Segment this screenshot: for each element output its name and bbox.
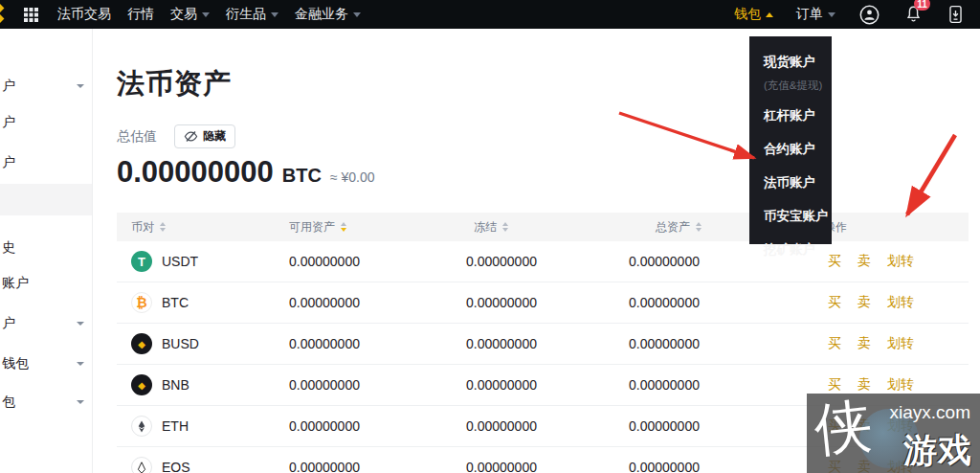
- watermark-character: 侠: [812, 394, 876, 462]
- available-value: 0.00000000: [270, 460, 447, 473]
- nav-right: 钱包 订单 11: [734, 4, 980, 26]
- buy-link[interactable]: 买: [828, 335, 841, 352]
- sidebar-item-label: 史: [2, 239, 15, 257]
- available-value: 0.00000000: [270, 254, 447, 269]
- total-value: 0.00000000: [624, 336, 801, 351]
- sidebar-item-label: 账户: [2, 275, 29, 292]
- bnb-icon: ◆: [131, 374, 152, 395]
- sidebar-item-label: 户: [2, 114, 15, 131]
- left-sidebar: 户 户 户 户 史 账户 户 钱包 包: [0, 29, 93, 473]
- available-value: 0.00000000: [270, 295, 447, 310]
- sidebar-item[interactable]: 户: [0, 76, 93, 97]
- sidebar-item-label: 钱包: [2, 355, 29, 372]
- buy-link[interactable]: 买: [828, 376, 841, 394]
- nav-item-fiat-trade[interactable]: 法币交易: [57, 6, 111, 23]
- chevron-down-icon: [77, 84, 84, 88]
- frozen-value: 0.00000000: [447, 377, 624, 393]
- sidebar-item-label: 户: [2, 315, 15, 332]
- column-header-available: 可用资产: [289, 219, 335, 236]
- page-title: 法币资产: [117, 65, 969, 103]
- watermark: 侠 xiayx.com 游戏: [807, 394, 980, 473]
- nav-item-label: 衍生品: [226, 6, 266, 23]
- nav-item-wallet[interactable]: 钱包: [734, 6, 773, 23]
- sidebar-item[interactable]: 户: [0, 152, 93, 173]
- nav-item-markets[interactable]: 行情: [127, 6, 154, 23]
- menu-item-margin-account[interactable]: 杠杆账户: [749, 99, 832, 132]
- sell-link[interactable]: 卖: [858, 294, 871, 311]
- chevron-down-icon: [77, 322, 84, 326]
- transfer-link[interactable]: 划转: [887, 253, 914, 270]
- nav-item-derivatives[interactable]: 衍生品: [226, 6, 278, 23]
- available-value: 0.00000000: [270, 336, 447, 351]
- buy-link[interactable]: 买: [828, 294, 841, 311]
- frozen-value: 0.00000000: [447, 460, 624, 473]
- total-value-label: 总估值: [117, 128, 157, 146]
- sidebar-item[interactable]: 史: [0, 237, 93, 259]
- menu-item-spot-subtitle: (充值&提现): [749, 79, 832, 99]
- nav-item-orders[interactable]: 订单: [796, 6, 835, 23]
- chevron-up-icon: [766, 12, 773, 17]
- sell-link[interactable]: 卖: [858, 376, 871, 394]
- busd-icon: ◆: [131, 333, 152, 354]
- eos-icon: [131, 457, 152, 473]
- watermark-site-url: xiayx.com: [890, 402, 970, 423]
- nav-item-trade[interactable]: 交易: [170, 6, 210, 23]
- menu-item-savings-account[interactable]: 币安宝账户: [749, 199, 832, 233]
- frozen-value: 0.00000000: [447, 295, 624, 310]
- available-value: 0.00000000: [270, 418, 447, 434]
- menu-item-spot-account[interactable]: 现货账户: [749, 45, 832, 79]
- column-header-coin: 币对: [131, 219, 154, 236]
- sidebar-item-label: 包: [2, 394, 15, 411]
- total-value: 0.00000000: [624, 418, 801, 434]
- sidebar-item[interactable]: 户: [0, 313, 93, 334]
- table-header: 币对 可用资产 冻结 总资产 操作: [117, 213, 969, 241]
- total-balance-unit: BTC: [282, 165, 322, 187]
- sidebar-item[interactable]: 钱包: [0, 353, 93, 374]
- sell-link[interactable]: 卖: [858, 253, 871, 270]
- nav-item-finance[interactable]: 金融业务: [295, 6, 361, 23]
- sort-coin-button[interactable]: [160, 222, 166, 232]
- fiat-equivalent: ≈ ¥0.00: [330, 169, 375, 185]
- total-value: 0.00000000: [624, 377, 801, 393]
- coin-name: ETH: [162, 418, 189, 434]
- apps-grid-icon[interactable]: [24, 8, 38, 22]
- nav-item-label: 法币交易: [57, 6, 111, 23]
- chevron-down-icon: [202, 12, 210, 17]
- coin-name: USDT: [162, 254, 198, 269]
- user-icon[interactable]: [858, 4, 880, 26]
- sidebar-item[interactable]: 户: [0, 112, 93, 133]
- table-row: ◆BUSD 0.00000000 0.00000000 0.00000000 买…: [117, 324, 969, 365]
- chevron-down-icon: [77, 400, 84, 404]
- table-row: ₿BTC 0.00000000 0.00000000 0.00000000 买卖…: [117, 282, 969, 324]
- app-download-icon[interactable]: [947, 4, 965, 25]
- chevron-down-icon: [271, 12, 278, 17]
- transfer-link[interactable]: 划转: [887, 294, 914, 311]
- menu-item-mining-account[interactable]: 挖矿账户: [749, 233, 832, 266]
- watermark-text: 游戏: [903, 428, 972, 473]
- notification-badge: 11: [914, 0, 930, 11]
- menu-item-fiat-account[interactable]: 法币账户: [749, 166, 832, 199]
- total-value: 0.00000000: [624, 460, 801, 473]
- sell-link[interactable]: 卖: [858, 335, 871, 352]
- sidebar-item[interactable]: 包: [0, 392, 93, 413]
- sort-total-button[interactable]: [696, 222, 702, 232]
- btc-icon: ₿: [131, 292, 152, 313]
- sort-frozen-button[interactable]: [502, 222, 508, 232]
- chevron-down-icon: [353, 12, 361, 17]
- transfer-link[interactable]: 划转: [887, 376, 914, 394]
- notifications-bell-icon[interactable]: 11: [903, 4, 924, 25]
- menu-item-futures-account[interactable]: 合约账户: [749, 132, 832, 166]
- sidebar-item-selected[interactable]: [0, 184, 93, 215]
- hide-balance-button[interactable]: 隐藏: [174, 124, 235, 148]
- binance-logo-icon[interactable]: [0, 0, 10, 29]
- coin-name: BUSD: [162, 336, 199, 351]
- sort-available-button[interactable]: [341, 222, 346, 232]
- nav-item-label: 金融业务: [295, 6, 348, 23]
- sidebar-item-label: 户: [2, 78, 15, 95]
- coin-name: BTC: [162, 295, 189, 310]
- wallet-dropdown-menu: 现货账户 (充值&提现) 杠杆账户 合约账户 法币账户 币安宝账户 挖矿账户: [749, 36, 832, 244]
- transfer-link[interactable]: 划转: [887, 335, 914, 352]
- sidebar-item[interactable]: 账户: [0, 273, 93, 294]
- top-navbar: 法币交易 行情 交易 衍生品 金融业务 钱包 订单 11: [0, 0, 980, 29]
- frozen-value: 0.00000000: [447, 254, 624, 269]
